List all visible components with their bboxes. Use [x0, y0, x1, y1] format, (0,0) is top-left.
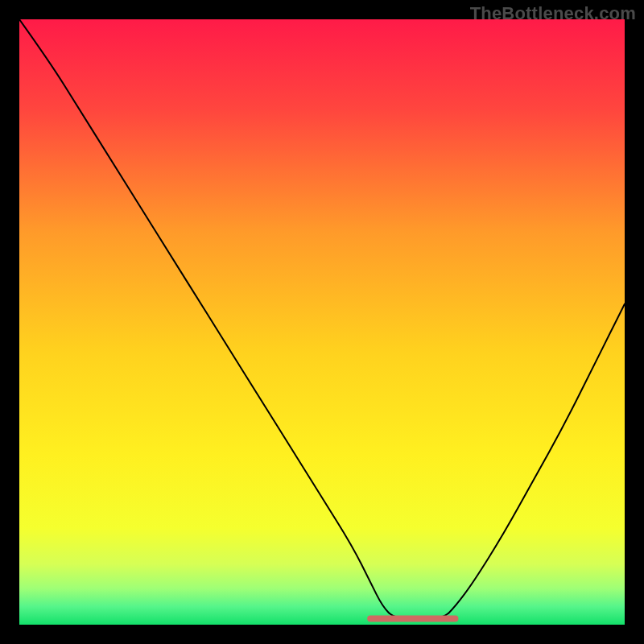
- watermark-text: TheBottleneck.com: [470, 3, 636, 24]
- bottleneck-chart: [19, 19, 625, 625]
- gradient-background: [19, 19, 625, 625]
- chart-frame: TheBottleneck.com: [0, 0, 644, 644]
